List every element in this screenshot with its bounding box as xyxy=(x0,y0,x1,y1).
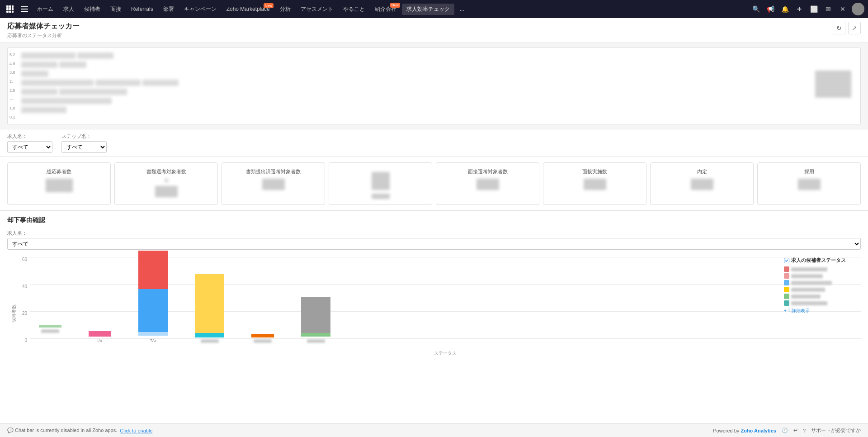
legend-header: 求人の候補者ステータス xyxy=(784,257,856,264)
stat-card-hired-title: 採用 xyxy=(804,168,814,175)
bar-segment-pink xyxy=(89,331,111,337)
stat-card-interview-target-title: 面接選考対象者数 xyxy=(468,168,508,175)
bar-label-5 xyxy=(254,339,272,343)
nav-item-jobs[interactable]: 求人 xyxy=(59,4,79,15)
bar-group-6 xyxy=(301,297,330,343)
stat-card-screening: 書類選考対象者数 xyxy=(114,162,218,205)
top-chart-section: 5.2 4.8 3.8 2. 2.8 --- 1.8 0.1 xyxy=(0,43,868,129)
legend-item-5 xyxy=(784,294,856,299)
rejection-job-select[interactable]: すべて xyxy=(7,238,861,250)
page-subtitle: 応募者のステータス分析 xyxy=(7,32,80,39)
legend-text-blurred-5 xyxy=(791,294,821,299)
bar-segment-green-1 xyxy=(39,325,61,328)
top-chart-y-axis: 5.2 4.8 3.8 2. 2.8 --- 1.8 0.1 xyxy=(8,48,21,124)
bar-segment-red xyxy=(138,251,168,289)
nav-item-analytics[interactable]: 分析 xyxy=(275,4,295,15)
legend-more-link[interactable]: + 1 詳細表示 xyxy=(784,308,856,314)
bar-chart-area: tAr TAr xyxy=(30,257,861,356)
search-icon[interactable]: 🔍 xyxy=(750,4,761,14)
step-name-select[interactable]: すべて xyxy=(61,141,107,153)
stats-section: 総応募者数 書類選考対象者数 書類提出済選考対象者数 xyxy=(0,157,868,211)
svg-rect-8 xyxy=(12,11,14,13)
hamburger-button[interactable] xyxy=(18,3,31,15)
stat-card-offer: 内定 xyxy=(650,162,754,205)
nav-item-candidates[interactable]: 候補者 xyxy=(80,4,105,15)
stat-card-screening-title: 書類選考対象者数 xyxy=(146,168,186,175)
bar-label-1 xyxy=(41,329,59,343)
stat-card-interview-done-title: 面接実施数 xyxy=(582,168,607,175)
stat-card-interview-done: 面接実施数 xyxy=(543,162,646,205)
rejection-job-label: 求人名： xyxy=(7,230,861,237)
svg-rect-3 xyxy=(6,8,9,10)
nav-items-container: ホーム 求人 候補者 面接 Referrals 部署 キャンペーン Zoho M… xyxy=(33,4,749,15)
stat-card-hired-value xyxy=(798,179,821,190)
bar-segment-blue xyxy=(138,289,168,332)
stat-card-screening-value xyxy=(155,179,178,197)
close-icon[interactable]: ✕ xyxy=(837,4,848,14)
enable-link[interactable]: Click to enable xyxy=(120,428,152,433)
zoho-analytics-link[interactable]: Zoho Analytics xyxy=(741,428,776,433)
nav-item-departments[interactable]: 部署 xyxy=(159,4,179,15)
help-text: サポートが必要ですか xyxy=(811,427,861,434)
plus-icon[interactable]: + xyxy=(794,4,805,14)
stat-card-doc-value xyxy=(262,179,285,190)
legend-item-1 xyxy=(784,266,856,272)
bar-segment-yellow xyxy=(195,274,224,333)
job-name-select[interactable]: すべて xyxy=(7,141,52,153)
legend-item-4 xyxy=(784,287,856,292)
nav-item-efficiency[interactable]: 求人効率チェック xyxy=(402,4,454,15)
expand-icon[interactable]: ⬜ xyxy=(808,4,819,14)
stat-card-offer-title: 内定 xyxy=(697,168,707,175)
bar-label-4 xyxy=(201,339,219,343)
bar-label-2: tAr xyxy=(97,338,103,343)
top-navigation: ホーム 求人 候補者 面接 Referrals 部署 キャンペーン Zoho M… xyxy=(0,0,868,18)
mail-icon[interactable]: ✉ xyxy=(823,4,834,14)
nav-item-home[interactable]: ホーム xyxy=(33,4,58,15)
bell-icon[interactable]: 🔔 xyxy=(779,4,790,14)
user-avatar[interactable] xyxy=(852,3,864,15)
x-axis-title: ステータス xyxy=(434,350,457,356)
nav-item-more[interactable]: ... xyxy=(455,4,469,14)
nav-item-campaigns[interactable]: キャンペーン xyxy=(179,4,221,15)
nav-item-referrals[interactable]: Referrals xyxy=(127,4,158,14)
rejection-section: 却下事由確認 求人名： すべて 候補者数 60 40 20 0 xyxy=(0,211,868,375)
svg-rect-6 xyxy=(6,11,9,13)
stat-card-offer-value xyxy=(691,179,713,190)
nav-item-assessment[interactable]: アセスメント xyxy=(296,4,338,15)
share-button[interactable]: ↗ xyxy=(848,22,861,34)
nav-item-todo[interactable]: やること xyxy=(339,4,369,15)
legend-color-3 xyxy=(784,280,789,285)
refresh-button[interactable]: ↻ xyxy=(833,22,845,34)
bar-stack-1 xyxy=(39,325,61,328)
status-bar-right: Powered by Zoho Analytics 🕐 ↩ ? サポートが必要で… xyxy=(713,427,861,434)
legend-item-6 xyxy=(784,300,856,306)
legend-text-blurred-2 xyxy=(791,274,823,278)
svg-rect-7 xyxy=(9,11,11,13)
svg-rect-1 xyxy=(9,5,11,8)
top-chart-area: 5.2 4.8 3.8 2. 2.8 --- 1.8 0.1 xyxy=(7,48,861,124)
stat-card-doc-submitted: 書類提出済選考対象者数 xyxy=(222,162,325,205)
stat-card-blank-value xyxy=(372,172,390,199)
legend-checkbox[interactable] xyxy=(784,258,789,263)
nav-item-marketplace[interactable]: Zoho Marketplace New xyxy=(222,4,274,14)
svg-rect-10 xyxy=(21,9,28,10)
nav-item-interview[interactable]: 面接 xyxy=(106,4,126,15)
megaphone-icon[interactable]: 📢 xyxy=(765,4,776,14)
powered-by-text: Powered by Zoho Analytics xyxy=(713,428,776,433)
rejection-filter: 求人名： すべて xyxy=(7,230,861,250)
bars-container: tAr TAr xyxy=(30,261,770,343)
bar-group-3: TAr xyxy=(138,251,168,343)
chat-disabled-text: 💬 Chat bar is currently disabled in all … xyxy=(7,428,117,433)
legend-color-5 xyxy=(784,294,789,299)
legend-color-4 xyxy=(784,287,789,292)
bar-segment-teal xyxy=(195,333,224,337)
legend-text-blurred-1 xyxy=(791,267,827,271)
stat-card-total-value xyxy=(46,179,73,192)
bar-stack-4 xyxy=(195,274,224,337)
apps-grid-button[interactable] xyxy=(4,3,16,15)
stat-card-interview-target: 面接選考対象者数 xyxy=(436,162,539,205)
nav-item-referral-agency[interactable]: 紹介会社 New xyxy=(370,4,401,15)
bar-stack-3 xyxy=(138,251,168,337)
bar-stack-6 xyxy=(301,297,330,337)
page-actions: ↻ ↗ xyxy=(833,22,861,34)
